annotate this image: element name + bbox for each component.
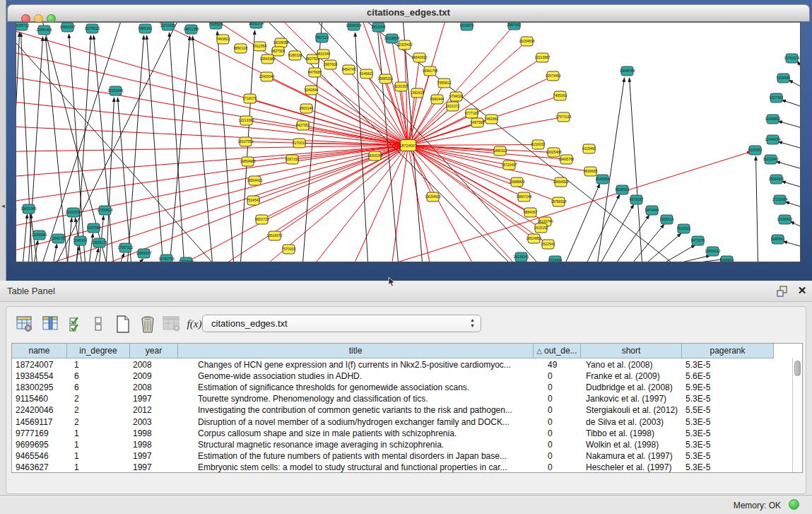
- cell-out_de[interactable]: 0: [548, 462, 579, 473]
- column-header-year[interactable]: year: [130, 344, 178, 358]
- cell-in_degree[interactable]: 2: [74, 416, 129, 428]
- new-table-button[interactable]: [114, 314, 134, 334]
- cell-pagerank[interactable]: 5.3E-5: [686, 462, 772, 473]
- table-row[interactable]: 946362711997Embryonic stem cells: a mode…: [12, 462, 792, 473]
- cell-short[interactable]: Stergiakouli et al. (2012): [586, 404, 681, 416]
- cell-name[interactable]: 18300295: [16, 382, 66, 393]
- cell-out_de[interactable]: 49: [548, 359, 579, 370]
- close-panel-icon[interactable]: ✕: [796, 284, 808, 297]
- cell-pagerank[interactable]: 5.3E-5: [686, 359, 772, 370]
- cell-in_degree[interactable]: 1: [74, 450, 129, 462]
- cell-in_degree[interactable]: 6: [74, 370, 129, 382]
- cell-in_degree[interactable]: 2: [74, 404, 129, 416]
- table-row[interactable]: 946554611997Estimation of the future num…: [12, 450, 792, 462]
- cell-out_de[interactable]: 0: [548, 450, 579, 462]
- table-selector-combo[interactable]: citations_edges.txt ▲▼: [202, 315, 481, 332]
- cell-title[interactable]: Corpus callosum shape and size in male p…: [198, 428, 532, 439]
- cell-name[interactable]: 9465546: [16, 450, 66, 462]
- cell-name[interactable]: 9777169: [16, 428, 66, 439]
- cell-short[interactable]: Tibbo et al. (1998): [586, 428, 681, 439]
- cell-year[interactable]: 2008: [133, 382, 177, 393]
- cell-in_degree[interactable]: 6: [74, 382, 129, 393]
- cell-name[interactable]: 19384554: [16, 370, 66, 382]
- cell-pagerank[interactable]: 5.6E-5: [686, 370, 772, 382]
- cell-year[interactable]: 1998: [133, 439, 177, 450]
- cell-title[interactable]: Structural magnetic resonance image aver…: [198, 439, 532, 450]
- cell-pagerank[interactable]: 5.9E-5: [686, 382, 772, 393]
- cell-pagerank[interactable]: 5.3E-5: [686, 416, 772, 428]
- cell-title[interactable]: Estimation of significance thresholds fo…: [198, 382, 532, 393]
- cell-in_degree[interactable]: 1: [74, 359, 129, 370]
- cell-title[interactable]: Estimation of the future numbers of pati…: [198, 450, 532, 462]
- cell-title[interactable]: Changes of HCN gene expression and I(f) …: [198, 359, 532, 370]
- cell-short[interactable]: Yano et al. (2008): [586, 359, 681, 370]
- cell-title[interactable]: Embryonic stem cells: a model to study s…: [198, 462, 532, 473]
- cell-in_degree[interactable]: 1: [74, 428, 129, 439]
- cell-short[interactable]: Nakamura et al. (1997): [586, 450, 681, 462]
- select-rows-button[interactable]: [67, 314, 87, 334]
- column-header-out_de[interactable]: △out_de...: [534, 344, 581, 358]
- cell-short[interactable]: Hescheler et al. (1997): [586, 462, 681, 473]
- cell-short[interactable]: de Silva et al. (2003): [586, 416, 681, 428]
- cell-short[interactable]: Dudbridge et al. (2008): [586, 382, 681, 393]
- table-row[interactable]: 1830029562008Estimation of significance …: [12, 382, 792, 393]
- cell-year[interactable]: 2003: [133, 416, 177, 428]
- cell-title[interactable]: Tourette syndrome. Phenomenology and cla…: [198, 393, 532, 404]
- column-header-name[interactable]: name: [12, 344, 67, 358]
- delete-table-button[interactable]: [138, 314, 158, 334]
- cell-out_de[interactable]: 0: [548, 370, 579, 382]
- network-canvas[interactable]: 1405571220891406106532871527602164661611…: [16, 22, 801, 262]
- cell-short[interactable]: Wolkin et al. (1998): [586, 439, 681, 450]
- table-row[interactable]: 977716911998Corpus callosum shape and si…: [12, 428, 792, 439]
- cell-pagerank[interactable]: 5.5E-5: [686, 404, 772, 416]
- column-header-short[interactable]: short: [581, 344, 682, 358]
- column-visibility-button[interactable]: [41, 314, 61, 334]
- scrollbar-thumb[interactable]: [794, 361, 801, 376]
- cell-pagerank[interactable]: 5.3E-5: [686, 450, 772, 462]
- cell-name[interactable]: 14569117: [16, 416, 66, 428]
- memory-status-indicator[interactable]: [789, 499, 799, 510]
- cell-out_de[interactable]: 0: [548, 404, 579, 416]
- cell-name[interactable]: 9463627: [16, 462, 66, 473]
- column-header-pagerank[interactable]: pagerank: [682, 344, 774, 358]
- table-row[interactable]: 969969511998Structural magnetic resonanc…: [12, 439, 792, 450]
- cell-in_degree[interactable]: 1: [74, 439, 129, 450]
- column-header-in_degree[interactable]: in_degree: [67, 344, 130, 358]
- cell-name[interactable]: 18724007: [16, 359, 66, 370]
- cell-year[interactable]: 1997: [133, 393, 177, 404]
- panel-expand-arrow-icon[interactable]: ◂: [0, 202, 6, 209]
- cell-pagerank[interactable]: 5.3E-5: [686, 439, 772, 450]
- cell-out_de[interactable]: 0: [548, 428, 579, 439]
- cell-year[interactable]: 1997: [133, 462, 177, 473]
- table-row[interactable]: 1872400712008Changes of HCN gene express…: [12, 359, 792, 370]
- cell-year[interactable]: 1998: [133, 428, 177, 439]
- cell-title[interactable]: Investigating the contribution of common…: [198, 404, 532, 416]
- table-row[interactable]: 1938455462009Genome-wide association stu…: [12, 370, 792, 382]
- cell-pagerank[interactable]: 5.3E-5: [686, 393, 772, 404]
- cell-out_de[interactable]: 0: [548, 382, 579, 393]
- cell-year[interactable]: 2009: [133, 370, 177, 382]
- cell-title[interactable]: Genome-wide association studies in ADHD.: [198, 370, 532, 382]
- vertical-scrollbar[interactable]: [792, 358, 802, 472]
- cell-in_degree[interactable]: 1: [74, 462, 129, 473]
- cell-name[interactable]: 22420046: [16, 404, 66, 416]
- cell-short[interactable]: Franke et al. (2009): [586, 370, 681, 382]
- table-row[interactable]: 911546021997Tourette syndrome. Phenomeno…: [12, 393, 792, 404]
- table-row[interactable]: 1456911722003Disruption of a novel membe…: [12, 416, 792, 428]
- table-settings-button[interactable]: [15, 314, 35, 334]
- stacked-squares-button[interactable]: [91, 314, 111, 334]
- cell-out_de[interactable]: 0: [548, 393, 579, 404]
- cell-pagerank[interactable]: 5.3E-5: [686, 428, 772, 439]
- cell-out_de[interactable]: 0: [548, 439, 579, 450]
- cell-short[interactable]: Jankovic et al. (1997): [586, 393, 681, 404]
- cell-name[interactable]: 9699695: [16, 439, 66, 450]
- cell-year[interactable]: 2012: [133, 404, 177, 416]
- cell-name[interactable]: 9115460: [16, 393, 66, 404]
- table-row[interactable]: 2242004622012Investigating the contribut…: [12, 404, 792, 416]
- cell-title[interactable]: Disruption of a novel member of a sodium…: [198, 416, 532, 428]
- column-header-title[interactable]: title: [178, 344, 534, 358]
- cell-out_de[interactable]: 0: [548, 416, 579, 428]
- cell-year[interactable]: 2008: [133, 359, 177, 370]
- float-window-icon[interactable]: [776, 285, 790, 298]
- cell-year[interactable]: 1997: [133, 450, 177, 462]
